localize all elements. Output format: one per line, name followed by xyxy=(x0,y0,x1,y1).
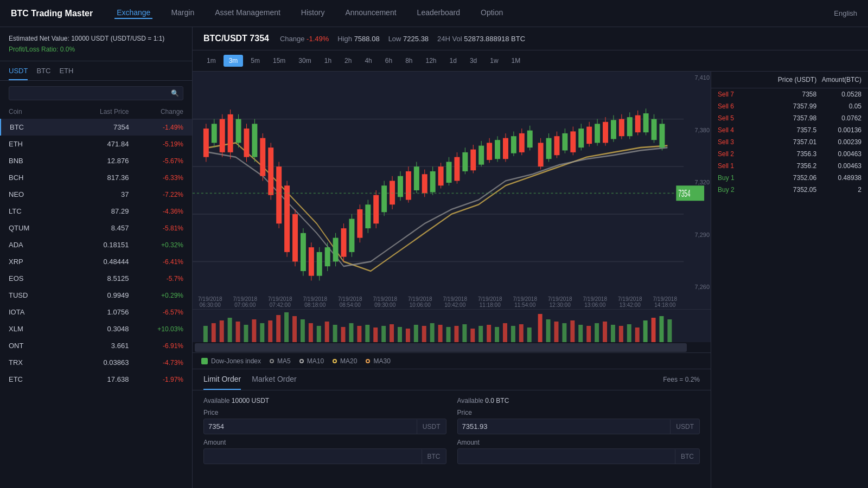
time-btn-1m[interactable]: 1m xyxy=(201,55,221,67)
time-btn-6h[interactable]: 6h xyxy=(380,55,398,67)
buy-price-input[interactable] xyxy=(204,419,417,434)
nav-history[interactable]: History xyxy=(299,8,327,19)
sell-price-input[interactable] xyxy=(458,419,671,434)
legend-ma10: MA10 xyxy=(299,357,324,365)
list-item[interactable]: XRP 0.48444 -6.41% xyxy=(0,253,192,270)
ob-sell-row[interactable]: Sell 6 7357.99 0.05 xyxy=(711,100,868,112)
nav-option[interactable]: Option xyxy=(478,8,505,19)
ob-sell-row[interactable]: Sell 5 7357.98 0.0762 xyxy=(711,112,868,124)
y-label: 7,320 xyxy=(684,179,710,185)
svg-rect-149 xyxy=(414,325,418,342)
search-icon: 🔍 xyxy=(171,89,179,97)
y-label: 7,410 xyxy=(684,74,710,81)
svg-rect-155 xyxy=(462,324,467,342)
list-item[interactable]: BCH 817.36 -6.33% xyxy=(0,169,192,186)
legend-dot-ma30 xyxy=(366,359,370,363)
time-btn-1h[interactable]: 1h xyxy=(319,55,337,67)
list-item[interactable]: LTC 87.29 -4.36% xyxy=(0,203,192,220)
svg-rect-150 xyxy=(422,326,426,342)
time-btn-8h[interactable]: 8h xyxy=(400,55,418,67)
svg-rect-169 xyxy=(578,325,583,342)
time-btn-1w[interactable]: 1w xyxy=(484,55,503,67)
order-form: Available 10000 USDT Price USDT Amount xyxy=(193,390,711,488)
time-btn-5m[interactable]: 5m xyxy=(245,55,265,67)
svg-rect-148 xyxy=(406,329,410,342)
nav-margin[interactable]: Margin xyxy=(169,8,196,19)
legend-label-ma10: MA10 xyxy=(307,357,324,365)
chart-legend: Dow-Jones index MA5 MA10 MA20 xyxy=(193,352,711,369)
chart-scrollbar[interactable] xyxy=(193,342,711,352)
tab-limit-order[interactable]: Limit Order xyxy=(203,369,241,390)
search-input[interactable] xyxy=(9,86,183,100)
legend-dot-ma5 xyxy=(270,359,274,363)
time-btn-15m[interactable]: 15m xyxy=(267,55,291,67)
right-area: BTC/USDT 7354 Change -1.49% High 7588.08… xyxy=(193,27,868,488)
buy-amount-input[interactable] xyxy=(204,449,422,464)
list-item[interactable]: NEO 37 -7.22% xyxy=(0,186,192,203)
svg-rect-133 xyxy=(284,312,289,342)
legend-ma30: MA30 xyxy=(366,357,390,365)
sell-amount-input[interactable] xyxy=(458,449,675,464)
sell-available: Available 0.0 BTC xyxy=(457,397,700,404)
list-item[interactable]: QTUM 8.457 -5.81% xyxy=(0,220,192,236)
nav-exchange[interactable]: Exchange xyxy=(114,8,152,19)
sell-amount-input-wrap: BTC xyxy=(457,448,700,464)
list-item[interactable]: EOS 8.5125 -5.7% xyxy=(0,270,192,287)
buy-price-label: Price xyxy=(203,409,446,416)
svg-rect-125 xyxy=(220,320,224,342)
ob-sell-row[interactable]: Sell 2 7356.3 0.00463 xyxy=(711,148,868,160)
list-item[interactable]: ADA 0.18151 +0.32% xyxy=(0,236,192,253)
ob-sell-row[interactable]: Sell 4 7357.5 0.00136 xyxy=(711,124,868,136)
list-item[interactable]: IOTA 1.0756 -6.57% xyxy=(0,304,192,320)
time-btn-1M[interactable]: 1M xyxy=(506,55,526,67)
svg-rect-163 xyxy=(527,328,532,342)
svg-rect-145 xyxy=(381,326,386,342)
svg-rect-137 xyxy=(317,326,321,342)
list-item[interactable]: XLM 0.3048 +10.03% xyxy=(0,320,192,337)
nav-asset-management[interactable]: Asset Management xyxy=(213,8,283,19)
scrollbar-thumb[interactable] xyxy=(195,343,687,352)
coin-tab-usdt[interactable]: USDT xyxy=(9,67,28,80)
buy-price-group: Price USDT xyxy=(203,409,446,434)
list-item[interactable]: TRX 0.03863 -4.73% xyxy=(0,354,192,371)
svg-rect-168 xyxy=(570,320,575,342)
language-selector[interactable]: English xyxy=(834,9,857,17)
ob-buy-row[interactable]: Buy 1 7352.06 0.48938 xyxy=(711,172,868,184)
time-btn-12h[interactable]: 12h xyxy=(420,55,442,67)
list-item[interactable]: ETC 17.638 -1.97% xyxy=(0,371,192,388)
time-btn-30m[interactable]: 30m xyxy=(293,55,316,67)
svg-rect-136 xyxy=(309,323,313,342)
list-item[interactable]: TUSD 0.9949 +0.29% xyxy=(0,287,192,304)
tab-market-order[interactable]: Market Order xyxy=(252,369,296,390)
pl-value: 0.0% xyxy=(60,46,75,53)
svg-rect-138 xyxy=(325,322,329,342)
time-btn-4h[interactable]: 4h xyxy=(359,55,377,67)
legend-label-ma30: MA30 xyxy=(373,357,390,365)
list-item[interactable]: ONT 3.661 -6.91% xyxy=(0,337,192,354)
x-axis: 7/19/201806:30:00 7/19/201807:06:00 7/19… xyxy=(193,295,682,309)
y-label: 7,380 xyxy=(684,127,710,133)
list-item[interactable]: BTC 7354 -1.49% xyxy=(0,119,192,136)
app-logo: BTC Trading Master xyxy=(11,9,93,18)
buy-price-suffix: USDT xyxy=(417,420,446,434)
ob-buy-row[interactable]: Buy 2 7352.05 2 xyxy=(711,184,868,196)
chart-pair: BTC/USDT 7354 xyxy=(203,34,269,43)
list-item[interactable]: ETH 471.84 -5.19% xyxy=(0,136,192,152)
ob-sell-row[interactable]: Sell 1 7356.2 0.00463 xyxy=(711,160,868,172)
time-btn-3d[interactable]: 3d xyxy=(464,55,482,67)
ob-sell-row[interactable]: Sell 3 7357.01 0.00239 xyxy=(711,136,868,148)
list-item[interactable]: BNB 12.876 -5.67% xyxy=(0,152,192,169)
ob-sell-row[interactable]: Sell 7 7358 0.0528 xyxy=(711,88,868,100)
nav-announcement[interactable]: Announcement xyxy=(343,8,398,19)
order-buy-section: Available 10000 USDT Price USDT Amount xyxy=(203,397,446,481)
coin-tab-eth[interactable]: ETH xyxy=(59,67,73,80)
time-btn-3m[interactable]: 3m xyxy=(224,55,244,67)
svg-rect-172 xyxy=(603,322,607,342)
time-btn-1d[interactable]: 1d xyxy=(444,55,462,67)
nav-leaderboard[interactable]: Leaderboard xyxy=(415,8,462,19)
coin-tab-btc[interactable]: BTC xyxy=(36,67,50,80)
time-btn-2h[interactable]: 2h xyxy=(339,55,357,67)
svg-rect-157 xyxy=(478,326,483,342)
x-label: 7/19/201809:30:00 xyxy=(373,296,398,308)
svg-rect-153 xyxy=(446,327,451,342)
